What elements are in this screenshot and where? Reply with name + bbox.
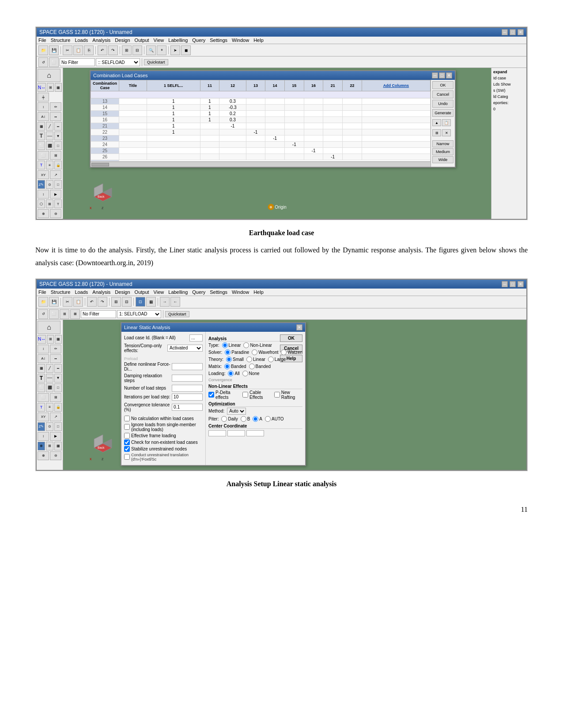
minimize-btn-1[interactable]: ─ [502,29,508,35]
lp2-btn-16[interactable]: ⬛ [46,383,53,392]
lp-btn-16[interactable]: ⬜ [38,141,45,150]
tb2-btn-12[interactable]: ← [170,297,180,307]
lp-btn-5[interactable]: ╪ [38,93,49,101]
combo-scrollbar-thumb[interactable] [91,163,109,166]
tb2-btn-10[interactable]: ▦ [146,297,156,307]
lp2-btn-14[interactable]: ▼ [54,374,62,383]
ok-button[interactable]: OK [432,81,453,89]
damping-input[interactable] [172,375,203,382]
tb-btn-3[interactable]: ✂ [63,45,72,55]
lp2-btn-33[interactable]: ⊕ [38,451,49,460]
lp-btn-6[interactable]: ↕ [38,102,49,111]
menu-structure[interactable]: Structure [51,38,71,43]
lp-btn-11[interactable]: ╱ [46,122,53,131]
lp-btn-22[interactable]: ≡ [46,161,53,169]
type-linear-radio[interactable] [222,342,228,348]
lp2-btn-28[interactable]: ↕ [38,432,49,441]
tb2-btn-11[interactable]: → [160,297,170,307]
lp-btn-12[interactable]: •• [54,122,62,131]
define-input[interactable] [172,363,203,370]
lp2-btn-1[interactable]: ⌂ [38,321,60,334]
undo-button[interactable]: Undo [432,100,453,108]
menu-query[interactable]: Query [192,38,205,43]
quickstart-btn-1[interactable]: Quickstart [144,59,168,65]
convergence-input[interactable] [172,404,203,411]
menu2-labelling[interactable]: Labelling [168,289,188,295]
tb2-btn-2[interactable]: 💾 [49,297,59,307]
iterations-input[interactable] [172,394,203,401]
lp2-btn-29[interactable]: ▶ [50,432,61,441]
theory-small-radio[interactable] [226,356,232,362]
tb2-btn-9[interactable]: ⊡ [136,297,145,307]
col-add[interactable]: Add Columns [362,80,430,91]
menu2-loads[interactable]: Loads [75,289,88,295]
solver-wz-radio[interactable] [281,349,287,355]
tb-btn-1[interactable]: 📁 [38,45,48,55]
menu2-design[interactable]: Design [115,289,130,295]
close-btn-2[interactable]: ✕ [518,281,524,287]
generate-button[interactable]: Generate [432,109,453,117]
menu-design[interactable]: Design [115,38,130,43]
lp2-btn-23[interactable]: XY [38,413,49,421]
lp2-btn-5[interactable]: ↕ [38,345,49,353]
lsa-close[interactable]: ✕ [296,324,302,330]
menu2-settings[interactable]: Settings [210,289,227,295]
lp-btn-17[interactable]: ⬛ [46,141,53,150]
coord-z-input[interactable] [246,430,264,436]
lp-btn-29[interactable]: ↕ [38,190,49,199]
menu2-query[interactable]: Query [192,289,205,295]
lp2-btn-2[interactable]: N↔ [38,335,46,344]
lp-btn-13[interactable]: T [38,131,45,140]
lp2-btn-20[interactable]: T [38,403,45,412]
lp-btn-19[interactable]: ⬜ [38,151,49,160]
combo-minimize[interactable]: ─ [432,72,438,79]
menu2-file[interactable]: File [38,289,46,295]
load-case-input[interactable] [189,334,203,341]
lp2-btn-25[interactable]: Z✎ [38,422,45,431]
lp-btn-3[interactable]: ⊞ [47,83,54,92]
pdelta-check[interactable] [208,392,214,398]
lp-btn-8[interactable]: A↕ [38,112,49,121]
delete-icon[interactable]: ✕ [442,129,451,136]
menu2-help[interactable]: Help [253,289,264,295]
menu-output[interactable]: Output [135,38,149,43]
lp2-btn-32[interactable]: ▦ [54,442,62,450]
tb2-btn-7[interactable]: ⊞ [111,297,121,307]
tb2-btn-5[interactable]: ↶ [87,297,97,307]
tb2-btn-22[interactable]: ⊞ [60,309,69,319]
loadcase-dropdown-2[interactable]: 1: SELFLOAD [117,310,161,318]
lp-btn-24[interactable]: XY [38,170,49,179]
menu-file[interactable]: File [38,38,46,43]
lp-btn-2[interactable]: N↔ [38,83,46,92]
lp-btn-26[interactable]: Z✎ [38,180,45,189]
tb-btn-5[interactable]: ⎘ [84,45,94,55]
cancel-button[interactable]: Cancel [432,90,453,98]
tension-select[interactable]: Activated [167,345,203,352]
tb2-btn-4[interactable]: 📋 [73,297,83,307]
wide-button[interactable]: Wide [432,156,453,163]
cb5-check[interactable] [124,446,130,452]
loading-all-radio[interactable] [228,371,234,376]
tb-btn-12[interactable]: ➤ [170,45,180,55]
piter-auto-radio[interactable] [265,416,271,422]
menu-help[interactable]: Help [253,38,264,43]
lp-btn-20[interactable]: ⊞ [50,151,61,160]
tb2-btn-3[interactable]: ✂ [63,297,72,307]
narrow-button[interactable]: Narrow [432,140,453,147]
tb2-btn-1[interactable]: 📁 [38,297,48,307]
lp2-btn-27[interactable]: □ [54,422,62,431]
menu-window[interactable]: Window [232,38,249,43]
close-btn-1[interactable]: ✕ [518,29,524,35]
lp2-btn-30[interactable]: ⊕ [38,442,45,450]
lp-btn-31[interactable]: ⬡ [38,199,45,208]
coord-y-input[interactable] [227,430,245,436]
cb3-check[interactable] [124,433,130,439]
lp2-btn-34[interactable]: ⊖ [50,451,61,460]
combo-close[interactable]: ✕ [446,72,452,79]
lp2-btn-9[interactable]: ▦ [38,364,45,373]
tb-btn-7[interactable]: ↷ [108,45,118,55]
tb2-btn-21[interactable]: ⬜ [49,309,59,319]
lp2-btn-21[interactable]: ≡ [46,403,53,412]
lp-btn-1[interactable]: ⌂ [38,69,60,82]
tb-btn-20[interactable]: ↺ [38,57,48,67]
